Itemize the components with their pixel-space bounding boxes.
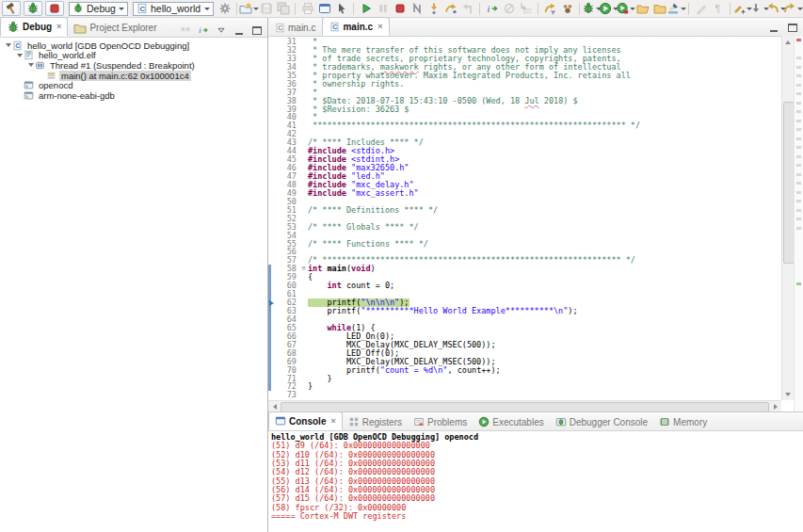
- gutter-annotation[interactable]: [268, 265, 276, 273]
- print-button[interactable]: [299, 1, 315, 16]
- skip-all-breakpoints-button[interactable]: [501, 1, 517, 16]
- use-step-filters-button[interactable]: [542, 1, 558, 16]
- error-marker[interactable]: [796, 39, 801, 41]
- spelling-marker[interactable]: [796, 164, 801, 167]
- console-body[interactable]: hello_world [GDB OpenOCD Debugging] open…: [268, 431, 803, 521]
- spelling-marker[interactable]: [796, 92, 801, 95]
- save-button[interactable]: [258, 1, 274, 16]
- next-annotation-button[interactable]: [751, 1, 767, 16]
- debug-last-button[interactable]: [24, 1, 42, 16]
- gutter-annotation[interactable]: [268, 324, 276, 332]
- back-button[interactable]: [768, 1, 784, 16]
- spelling-marker[interactable]: [796, 102, 801, 105]
- code-line[interactable]: 39 * $Revision: 36263 $: [268, 105, 781, 114]
- gutter-annotation[interactable]: [268, 248, 276, 256]
- gutter-annotation[interactable]: [268, 349, 276, 358]
- spelling-marker[interactable]: [796, 173, 801, 176]
- open-folder-button[interactable]: [651, 1, 667, 16]
- profile-history-button[interactable]: [618, 1, 634, 16]
- spelling-marker[interactable]: [796, 191, 801, 194]
- gutter-annotation[interactable]: [268, 63, 276, 72]
- spelling-marker[interactable]: [796, 209, 801, 212]
- view-menu-button[interactable]: [215, 24, 228, 37]
- code-line[interactable]: 49#include "mxc_assert.h": [268, 189, 781, 198]
- terminate-launch-button[interactable]: [45, 1, 64, 16]
- gutter-annotation[interactable]: [268, 113, 276, 121]
- gutter-annotation[interactable]: [268, 240, 276, 249]
- maximize-button[interactable]: [250, 24, 264, 37]
- code-line[interactable]: 71 }: [268, 375, 781, 383]
- minimize-editor-button[interactable]: [767, 21, 780, 34]
- source-editor[interactable]: 31 *32 * The mere transfer of this softw…: [268, 36, 781, 402]
- gutter-annotation[interactable]: [268, 391, 276, 399]
- save-all-button[interactable]: [275, 1, 291, 16]
- spelling-marker[interactable]: [796, 110, 801, 113]
- scroll-up-icon[interactable]: [782, 36, 794, 47]
- target-settings-button[interactable]: [217, 1, 233, 16]
- gutter-annotation[interactable]: [268, 105, 276, 114]
- code-line[interactable]: 36 * ownership rights.: [268, 80, 781, 89]
- gutter-annotation[interactable]: [268, 147, 276, 155]
- select-element-button[interactable]: [333, 1, 349, 16]
- gutter-annotation[interactable]: [268, 298, 276, 307]
- trace-button[interactable]: [559, 1, 575, 16]
- spelling-marker[interactable]: [796, 137, 801, 140]
- gutter-annotation[interactable]: [268, 332, 276, 341]
- spelling-marker[interactable]: [796, 200, 801, 202]
- step-into-button[interactable]: [426, 1, 442, 16]
- drop-to-frame-button[interactable]: [518, 1, 534, 16]
- gutter-annotation[interactable]: [268, 215, 276, 223]
- editor-tab-main-c[interactable]: Cmain.c×: [322, 17, 390, 36]
- debug-history-button[interactable]: [584, 1, 600, 16]
- gutter-annotation[interactable]: [268, 72, 276, 80]
- tree-item[interactable]: Chello_world [GDB OpenOCD Debugging]: [0, 40, 267, 51]
- step-return-button[interactable]: [459, 1, 475, 16]
- tree-expander-icon[interactable]: [15, 51, 24, 60]
- minimize-button[interactable]: [233, 24, 246, 37]
- code-line[interactable]: 72}: [268, 382, 781, 391]
- gutter-annotation[interactable]: [268, 55, 276, 63]
- spelling-marker[interactable]: [796, 84, 801, 87]
- code-line[interactable]: 60 int count = 0;: [268, 282, 781, 290]
- gutter-annotation[interactable]: [268, 341, 276, 349]
- console-tab-executables[interactable]: Executables: [473, 413, 549, 430]
- highlight-dropdown-icon[interactable]: [681, 8, 686, 13]
- code-line[interactable]: 51/* **** Definitions **** */: [268, 206, 781, 215]
- gutter-annotation[interactable]: [268, 155, 276, 164]
- editor-horizontal-scrollbar[interactable]: [268, 400, 781, 411]
- gutter-annotation[interactable]: [268, 256, 276, 265]
- spelling-marker[interactable]: [796, 182, 801, 185]
- editor-tab-main-c[interactable]: Cmain.c: [268, 19, 322, 36]
- scroll-left-icon[interactable]: [268, 401, 280, 411]
- run-history-button[interactable]: [601, 1, 617, 16]
- forward-button[interactable]: [785, 1, 801, 16]
- gutter-annotation[interactable]: [268, 181, 276, 189]
- console-tab-memory[interactable]: Memory: [653, 413, 713, 430]
- tree-item[interactable]: arm-none-eabi-gdb: [0, 90, 267, 101]
- gutter-annotation[interactable]: [268, 46, 276, 55]
- instruction-stepping-button[interactable]: i: [484, 1, 500, 16]
- occurrence-marker[interactable]: [796, 282, 801, 285]
- gutter-annotation[interactable]: [268, 290, 276, 298]
- spelling-marker[interactable]: [796, 155, 801, 158]
- close-icon[interactable]: ×: [330, 417, 335, 426]
- close-icon[interactable]: ×: [56, 23, 61, 31]
- code-line[interactable]: 41 *************************************…: [268, 121, 781, 130]
- gutter-annotation[interactable]: [268, 273, 276, 282]
- gutter-annotation[interactable]: [268, 89, 276, 97]
- gutter-annotation[interactable]: [268, 189, 276, 198]
- disconnect-button[interactable]: [409, 1, 425, 16]
- gutter-annotation[interactable]: [268, 80, 276, 89]
- build-button[interactable]: [2, 1, 21, 16]
- launch-mode-chevron-icon[interactable]: [119, 8, 124, 13]
- spelling-marker[interactable]: [796, 227, 801, 230]
- spelling-marker[interactable]: [796, 74, 801, 77]
- gutter-annotation[interactable]: [268, 138, 276, 147]
- open-console-button[interactable]: [316, 1, 332, 16]
- tree-item[interactable]: Thread #1 (Suspended : Breakpoint): [0, 60, 267, 71]
- view-tab-project-explorer[interactable]: Project Explorer: [68, 19, 162, 37]
- console-tab-debugger-console[interactable]: Debugger Console: [550, 413, 653, 430]
- editor-vertical-scrollbar[interactable]: [781, 36, 794, 400]
- gutter-annotation[interactable]: [268, 121, 276, 130]
- spelling-marker[interactable]: [796, 218, 801, 220]
